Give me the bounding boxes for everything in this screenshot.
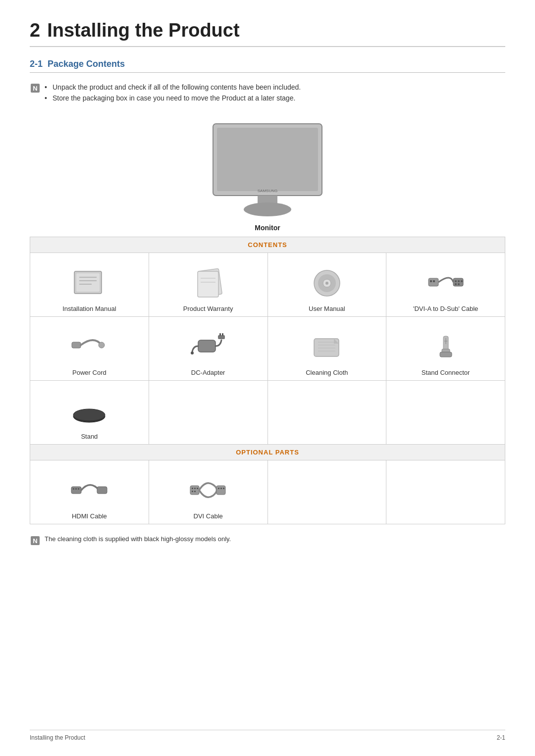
dvi-cable-icon	[390, 265, 501, 302]
svg-point-30	[99, 342, 105, 348]
power-cord-label: Power Cord	[72, 369, 107, 376]
power-cord-icon	[34, 329, 145, 366]
table-cell-dc-adapter: DC-Adapter	[149, 316, 268, 380]
monitor-section: SAMSUNG Monitor	[30, 119, 505, 232]
installation-manual-label: Installation Manual	[62, 305, 116, 312]
svg-text:SAMSUNG: SAMSUNG	[258, 189, 277, 193]
table-cell-stand: Stand	[30, 380, 149, 444]
svg-point-32	[191, 352, 194, 354]
user-manual-icon	[272, 265, 382, 302]
dvi-cable2-label: DVI Cable	[194, 512, 223, 520]
svg-rect-55	[192, 488, 193, 489]
note-list: Unpack the product and check if all of t…	[45, 82, 301, 104]
table-cell-product-warranty: Product Warranty	[149, 252, 268, 316]
dc-adapter-icon	[153, 329, 264, 366]
product-warranty-icon	[153, 265, 264, 302]
item-cleaning-cloth: Cleaning Cloth	[272, 322, 382, 376]
svg-rect-29	[72, 342, 81, 348]
user-manual-label: User Manual	[309, 305, 345, 312]
svg-rect-61	[218, 488, 219, 489]
stand-connector-icon	[390, 329, 501, 366]
section-number: 2-1	[30, 59, 43, 69]
svg-text:N: N	[33, 537, 37, 545]
svg-point-26	[461, 280, 463, 282]
svg-rect-31	[198, 340, 215, 352]
footer-left-text: Installing the Product	[30, 734, 85, 741]
svg-rect-56	[194, 488, 196, 489]
product-warranty-label: Product Warranty	[183, 305, 233, 312]
bottom-note: N The cleaning cloth is supplied with bl…	[30, 535, 505, 546]
svg-rect-60	[216, 486, 225, 495]
svg-point-25	[458, 280, 460, 282]
hdmi-cable-label: HDMI Cable	[72, 512, 107, 520]
hdmi-cable-icon	[34, 472, 145, 509]
table-cell-hdmi-cable: HDMI Cable	[30, 460, 149, 524]
item-hdmi-cable: HDMI Cable	[34, 465, 145, 520]
section-header: 2-1 Package Contents	[30, 59, 505, 73]
svg-point-19	[325, 282, 328, 285]
svg-rect-51	[75, 488, 77, 490]
svg-point-48	[73, 409, 105, 421]
table-cell-opt-empty1	[268, 460, 386, 524]
dvi-cable2-icon	[153, 472, 264, 509]
svg-point-28	[458, 283, 460, 285]
svg-rect-59	[194, 491, 196, 492]
section-title: Package Contents	[48, 59, 125, 69]
item-dvi-cable: 'DVI-A to D-Sub' Cable	[390, 258, 501, 312]
table-row: Power Cord	[30, 316, 505, 380]
svg-rect-53	[97, 487, 107, 494]
svg-rect-8	[76, 273, 100, 292]
table-row: Stand	[30, 380, 505, 444]
note-icon: N	[30, 83, 41, 94]
item-stand: Stand	[34, 386, 145, 440]
chapter-number: 2	[30, 20, 40, 41]
svg-rect-3	[217, 128, 318, 191]
footer-bar: Installing the Product 2-1	[30, 730, 505, 741]
table-cell-empty3	[386, 380, 505, 444]
item-installation-manual: Installation Manual	[34, 258, 145, 312]
svg-rect-58	[192, 491, 193, 492]
svg-rect-57	[197, 488, 198, 489]
optional-header-row: OPTIONAL PARTS	[30, 444, 505, 460]
svg-text:N: N	[33, 85, 37, 92]
svg-rect-49	[71, 487, 81, 494]
monitor-image: SAMSUNG	[198, 119, 337, 220]
note-block-1: N Unpack the product and check if all of…	[30, 82, 505, 104]
stand-label: Stand	[81, 433, 98, 440]
contents-header-row: CONTENTS	[30, 237, 505, 252]
table-cell-empty2	[268, 380, 386, 444]
dvi-cable-label: 'DVI-A to D-Sub' Cable	[413, 305, 478, 312]
svg-rect-52	[78, 488, 79, 490]
note-item-2: Store the packaging box in case you need…	[45, 93, 301, 103]
svg-rect-33	[218, 335, 225, 339]
svg-rect-13	[198, 271, 218, 297]
stand-icon	[34, 393, 145, 430]
table-cell-stand-connector: Stand Connector	[386, 316, 505, 380]
item-dvi-cable2: DVI Cable	[153, 465, 264, 520]
optional-header-cell: OPTIONAL PARTS	[30, 444, 505, 460]
table-cell-empty1	[149, 380, 268, 444]
note-item-1: Unpack the product and check if all of t…	[45, 82, 301, 93]
chapter-title: Installing the Product	[47, 20, 239, 41]
item-stand-connector: Stand Connector	[390, 322, 501, 376]
svg-rect-44	[440, 352, 452, 357]
bottom-note-icon: N	[30, 535, 41, 546]
dc-adapter-label: DC-Adapter	[191, 369, 225, 376]
monitor-label: Monitor	[30, 224, 505, 232]
installation-manual-icon	[34, 265, 145, 302]
cleaning-cloth-icon	[272, 329, 382, 366]
item-user-manual: User Manual	[272, 258, 382, 312]
item-power-cord: Power Cord	[34, 322, 145, 376]
svg-rect-50	[73, 488, 74, 490]
table-cell-user-manual: User Manual	[268, 252, 386, 316]
svg-rect-63	[223, 488, 224, 489]
table-cell-dvi-cable2: DVI Cable	[149, 460, 268, 524]
stand-connector-label: Stand Connector	[422, 369, 470, 376]
svg-point-24	[455, 280, 457, 282]
svg-rect-35	[222, 333, 223, 336]
svg-point-27	[455, 283, 457, 285]
item-product-warranty: Product Warranty	[153, 258, 264, 312]
page-header: 2Installing the Product	[30, 20, 505, 47]
table-row: Installation Manual Product Warranty	[30, 252, 505, 316]
cleaning-cloth-label: Cleaning Cloth	[306, 369, 348, 376]
